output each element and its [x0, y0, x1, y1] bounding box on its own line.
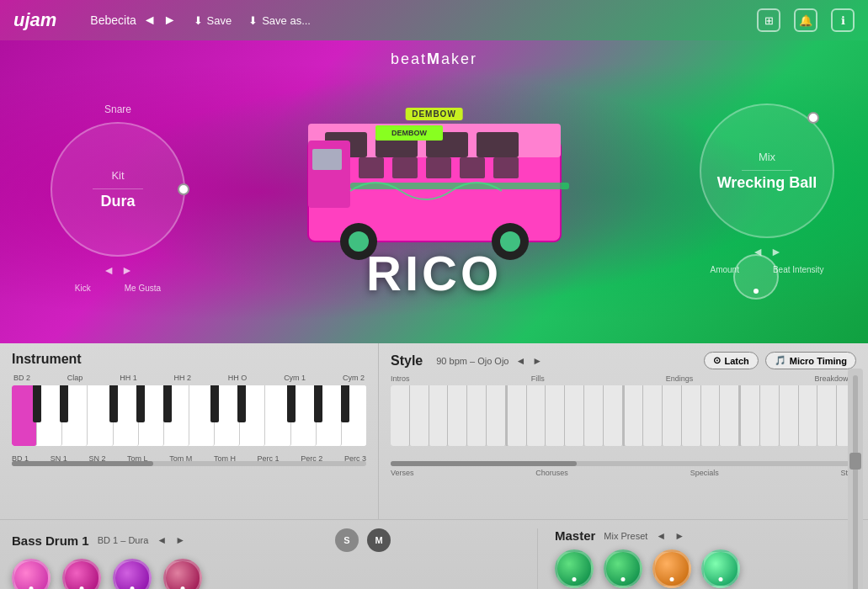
- micro-timing-button[interactable]: 🎵 Micro Timing: [765, 352, 856, 369]
- save-as-button[interactable]: ⬇ Save as...: [248, 14, 311, 27]
- style-scrollbar[interactable]: [391, 461, 856, 466]
- kit-next-arrow[interactable]: ►: [121, 263, 133, 277]
- save-button[interactable]: ⬇ Save: [194, 14, 232, 27]
- master-prev-arrow[interactable]: ◄: [656, 530, 666, 542]
- key-ds2[interactable]: [237, 385, 246, 422]
- bd-next-arrow[interactable]: ►: [175, 534, 185, 546]
- latch-button[interactable]: ⊙ Latch: [704, 352, 758, 369]
- sweep-knob[interactable]: [555, 549, 594, 588]
- volume-knob-item: Volume: [12, 559, 51, 589]
- master-section: Master Mix Preset ◄ ► Sweep Saturate: [537, 528, 856, 589]
- mix-knob[interactable]: Mix Wrecking Ball: [700, 103, 834, 238]
- volume-thumb[interactable]: [849, 453, 861, 470]
- key-fs1[interactable]: [109, 385, 118, 422]
- bass-drum-preset: BD 1 – Dura: [98, 535, 149, 545]
- key-as2[interactable]: [341, 385, 349, 422]
- logo: ujam: [13, 9, 56, 31]
- key-as1[interactable]: [163, 385, 172, 422]
- master-next-arrow[interactable]: ►: [674, 530, 684, 542]
- svg-rect-12: [312, 149, 342, 170]
- saturate-knob[interactable]: [604, 549, 642, 588]
- filter-knob[interactable]: [163, 559, 202, 589]
- bass-drum-knobs: Volume Decay Pitch: [12, 559, 391, 589]
- prev-preset-arrow[interactable]: ◄: [143, 13, 157, 28]
- style-prev-arrow[interactable]: ◄: [515, 355, 525, 367]
- decay-knob[interactable]: [62, 559, 101, 589]
- bottom-row: Bass Drum 1 BD 1 – Dura ◄ ► S M Volume: [0, 520, 868, 589]
- kit-knob[interactable]: Kit Dura: [51, 122, 185, 257]
- maximize-knob-item: Maximize: [652, 549, 691, 589]
- hero: beatMaker DEMBOW: [0, 40, 868, 343]
- style-keys-breakdowns[interactable]: [741, 385, 856, 446]
- style-keys-endings[interactable]: [625, 385, 742, 446]
- style-keys-intros[interactable]: [391, 385, 508, 446]
- mix-knob-area: Mix Wrecking Ball ◄ ► Amount Beat Intens…: [700, 103, 834, 274]
- saturate-knob-item: Saturate: [604, 549, 642, 589]
- mix-knob-dot: [807, 112, 819, 124]
- bass-drum-section: Bass Drum 1 BD 1 – Dura ◄ ► S M Volume: [12, 528, 391, 589]
- key-cs1[interactable]: [33, 385, 41, 422]
- info-icon[interactable]: ℹ: [831, 8, 855, 32]
- sweep-knob-item: Sweep: [555, 549, 594, 589]
- kit-prev-arrow[interactable]: ◄: [103, 263, 114, 277]
- svg-rect-6: [359, 157, 384, 178]
- svg-rect-7: [392, 157, 418, 178]
- style-scrollbar-thumb[interactable]: [391, 461, 577, 466]
- filter-knob-item: Filter: [163, 559, 202, 589]
- pitch-knob[interactable]: [113, 559, 152, 589]
- output-section: Individual Master Output: [399, 528, 525, 589]
- style-keys-fills[interactable]: [508, 385, 625, 446]
- topbar: ujam Bebecita ◄ ► ⬇ Save ⬇ Save as... ⊞ …: [0, 0, 868, 40]
- bell-icon[interactable]: 🔔: [794, 8, 817, 32]
- key-cs2[interactable]: [210, 385, 219, 422]
- latch-icon: ⊙: [713, 355, 721, 366]
- instrument-section: Instrument BD 2 Clap HH 1 HH 2 HH O Cym …: [0, 343, 379, 519]
- mute-button[interactable]: M: [367, 528, 391, 552]
- micro-timing-icon: 🎵: [775, 355, 786, 366]
- master-title: Master: [555, 528, 595, 543]
- instrument-scrollbar[interactable]: [12, 461, 366, 466]
- style-header: Style 90 bpm – Ojo Ojo ◄ ► ⊙ Latch 🎵 Mic…: [391, 352, 856, 369]
- bpm-label: 90 bpm – Ojo Ojo: [436, 356, 509, 366]
- preset-nav: Bebecita ◄ ►: [90, 13, 176, 28]
- instrument-title: Instrument: [12, 352, 366, 367]
- style-keyboard[interactable]: C3 C4: [391, 385, 856, 446]
- svg-rect-9: [460, 157, 485, 178]
- master-mix-preset: Mix Preset: [604, 531, 647, 541]
- svg-text:DEMBOW: DEMBOW: [391, 129, 427, 137]
- svg-rect-8: [426, 157, 451, 178]
- key-gs1[interactable]: [136, 385, 145, 422]
- svg-point-16: [500, 231, 520, 252]
- key-gs2[interactable]: [314, 385, 322, 422]
- svg-point-14: [349, 231, 369, 252]
- instrument-scrollbar-thumb[interactable]: [12, 461, 153, 466]
- maximize-knob[interactable]: [652, 549, 691, 588]
- style-bottom-labels: Verses Choruses Specials Stop: [391, 469, 856, 477]
- key-fs2[interactable]: [287, 385, 296, 422]
- solo-button[interactable]: S: [335, 528, 359, 552]
- instrument-keys[interactable]: C2: [12, 385, 366, 446]
- ambience-knob[interactable]: [701, 549, 740, 588]
- bd-prev-arrow[interactable]: ◄: [157, 534, 167, 546]
- bottom-panel: Instrument BD 2 Clap HH 1 HH 2 HH O Cym …: [0, 343, 868, 589]
- instrument-top-labels: BD 2 Clap HH 1 HH 2 HH O Cym 1 Cym 2: [12, 374, 366, 382]
- next-preset-arrow[interactable]: ►: [163, 13, 177, 28]
- decay-knob-item: Decay: [62, 559, 101, 589]
- pitch-knob-item: Pitch: [113, 559, 152, 589]
- key-d2[interactable]: [215, 385, 240, 446]
- volume-knob[interactable]: [12, 559, 51, 589]
- layout-icon[interactable]: ⊞: [757, 8, 780, 32]
- volume-slider-container: Volume: [848, 369, 863, 589]
- preset-name: Bebecita: [90, 13, 136, 27]
- top-row: Instrument BD 2 Clap HH 1 HH 2 HH O Cym …: [0, 343, 868, 520]
- save-icon: ⬇: [194, 14, 203, 27]
- key-ds1[interactable]: [60, 385, 68, 422]
- beat-intensity-label: Beat Intensity: [773, 265, 824, 274]
- beatmaker-logo: beatMaker: [391, 50, 477, 68]
- bass-drum-title: Bass Drum 1: [12, 533, 89, 548]
- svg-rect-10: [493, 157, 519, 178]
- bass-drum-header: Bass Drum 1 BD 1 – Dura ◄ ► S M: [12, 528, 391, 552]
- amount-small-knob[interactable]: [733, 254, 779, 300]
- kick-label: Kick: [75, 284, 91, 293]
- style-next-arrow[interactable]: ►: [532, 355, 542, 367]
